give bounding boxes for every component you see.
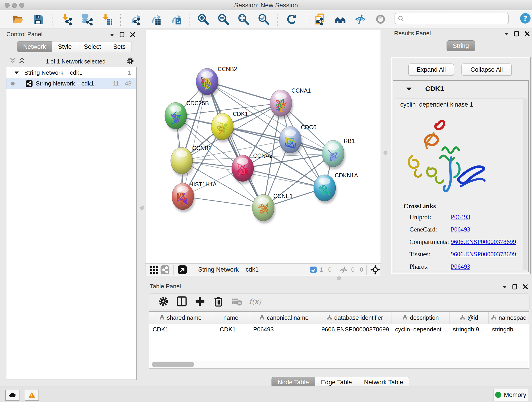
float-panel-icon[interactable] [119, 32, 125, 38]
column-header-namespac[interactable]: namespac [489, 312, 529, 324]
table-settings-gear-icon[interactable] [157, 295, 170, 308]
crosslink-link[interactable]: P06493 [451, 213, 470, 221]
table-cell[interactable]: P06493 [250, 326, 318, 333]
open-in-window-icon[interactable] [177, 264, 188, 275]
tab-string[interactable]: String [447, 40, 475, 51]
delete-table-icon[interactable] [230, 295, 243, 308]
network-collection-row[interactable]: String Network – cdk1 1 [6, 67, 136, 78]
import-table-icon[interactable] [100, 13, 113, 26]
column-header-id[interactable]: @id [450, 312, 489, 324]
expand-all-button[interactable]: Expand All [408, 64, 454, 76]
delete-column-icon[interactable] [212, 295, 225, 308]
column-header-canonicalname[interactable]: canonical name [250, 312, 318, 324]
right-splitter-handle[interactable] [384, 151, 387, 155]
panel-menu-icon[interactable] [505, 33, 509, 35]
cloud-status-button[interactable] [5, 390, 19, 401]
memory-button[interactable]: Memory [493, 389, 528, 401]
network-edge[interactable] [207, 82, 263, 208]
panel-menu-icon[interactable] [110, 34, 114, 36]
crosslink-link[interactable]: P06493 [451, 263, 470, 270]
share-view-icon[interactable] [160, 264, 170, 275]
tab-network[interactable]: Network [17, 41, 52, 52]
network-edge[interactable] [183, 82, 207, 196]
function-builder-icon[interactable]: f(x) [249, 297, 261, 306]
zoom-out-icon[interactable] [217, 13, 230, 26]
close-panel-icon[interactable] [130, 32, 136, 38]
grid-view-icon[interactable] [149, 264, 160, 275]
save-session-icon[interactable] [32, 13, 45, 26]
crosslink-link[interactable]: 9606.ENSP00000378699 [451, 238, 516, 245]
open-session-icon[interactable] [11, 13, 25, 26]
export-network-icon[interactable] [128, 13, 141, 26]
control-panel: Control Panel NetworkStyleSelectSets 1 o… [3, 31, 137, 381]
network-node-CCNB2[interactable]: CCNB2 [196, 66, 237, 97]
add-column-icon[interactable] [193, 295, 207, 308]
network-canvas[interactable]: CCNB2CCNA1CDC25BCDK1CDC6RB1CCNB1CCNA2CDK… [145, 30, 381, 263]
collapse-all-button[interactable]: Collapse All [462, 64, 512, 76]
node-table[interactable]: shared namenamecanonical namedatabase id… [149, 311, 529, 369]
export-table-icon[interactable] [148, 13, 162, 26]
network-graph[interactable]: CCNB2CCNA1CDC25BCDK1CDC6RB1CCNB1CCNA2CDK… [146, 30, 380, 263]
float-panel-icon[interactable] [512, 284, 518, 291]
column-header-sharedname[interactable]: shared name [149, 312, 212, 324]
column-header-name[interactable]: name [212, 312, 250, 324]
export-image-icon[interactable] [168, 13, 182, 26]
collapse-all-icon[interactable] [9, 57, 17, 66]
tab-select[interactable]: Select [78, 41, 107, 52]
left-splitter-handle[interactable] [140, 206, 144, 210]
zoom-in-icon[interactable] [196, 13, 210, 26]
network-node-RB1[interactable]: RB1 [322, 138, 355, 169]
network-node-CCNE1[interactable]: CCNE1 [252, 193, 293, 223]
network-options-gear-icon[interactable] [126, 56, 135, 66]
network-node-CCNA1[interactable]: CCNA1 [270, 87, 311, 119]
close-panel-icon[interactable] [524, 31, 530, 38]
close-panel-icon[interactable] [522, 284, 528, 291]
network-node-CDKN1A[interactable]: CDKN1A [314, 172, 358, 204]
table-cell[interactable]: 9606.ENSP00000378699 [318, 326, 392, 333]
tab-style[interactable]: Style [52, 41, 78, 52]
results-scrollbar[interactable] [523, 99, 527, 270]
tab-sets[interactable]: Sets [107, 41, 132, 52]
float-panel-icon[interactable] [514, 31, 520, 38]
network-node-CDC6[interactable]: CDC6 [279, 124, 317, 156]
string-document-icon[interactable] [313, 13, 327, 26]
import-network-icon[interactable] [60, 13, 73, 26]
crosslink-link[interactable]: 9606.ENSP00000378699 [451, 250, 516, 258]
crosslink-link[interactable]: P06493 [451, 226, 470, 233]
table-cell[interactable]: stringdb:9... [450, 326, 489, 333]
warnings-button[interactable] [25, 390, 39, 401]
refresh-icon[interactable] [285, 13, 298, 26]
table-cell[interactable]: cyclin–dependent ... [392, 326, 450, 333]
table-cell[interactable]: stringdb [489, 326, 529, 333]
network-row[interactable]: String Network – cdk1 11 48 [6, 78, 136, 89]
table-row[interactable]: CDK1CDK1P064939606.ENSP00000378699cyclin… [149, 324, 529, 335]
show-columns-icon[interactable] [175, 295, 188, 308]
zoom-fit-icon[interactable] [237, 13, 250, 26]
collection-expander-icon[interactable] [15, 71, 19, 74]
houses-icon[interactable] [334, 13, 347, 26]
search-field[interactable] [394, 13, 509, 24]
network-node-CDK1[interactable]: CDK1 [211, 111, 248, 142]
hscroll-thumb[interactable] [152, 362, 194, 367]
table-hscrollbar[interactable] [150, 361, 528, 368]
expand-all-icon[interactable] [18, 57, 26, 66]
network-node-CCNB1[interactable]: CCNB1 [171, 145, 212, 177]
hide-eye-icon[interactable] [354, 13, 367, 26]
table-cell[interactable]: CDK1 [149, 326, 212, 333]
network-node-HIST1H1A[interactable]: HIST1H1A [172, 181, 217, 212]
table-cell[interactable]: CDK1 [212, 326, 250, 333]
panel-menu-icon[interactable] [503, 286, 507, 288]
column-header-description[interactable]: description [392, 312, 450, 324]
column-header-databaseidentifier[interactable]: database identifier [318, 312, 392, 324]
selected-checkbox[interactable] [310, 264, 317, 275]
import-database-icon[interactable] [80, 13, 93, 26]
zoom-selected-icon[interactable] [257, 13, 270, 26]
network-node-CDC25B[interactable]: CDC25B [165, 100, 209, 132]
horizontal-splitter-handle[interactable] [337, 276, 341, 280]
grey-eye-icon[interactable] [374, 13, 387, 26]
crosshair-icon[interactable] [370, 264, 380, 275]
help-icon[interactable]: ? [519, 12, 531, 24]
search-input[interactable] [404, 14, 508, 23]
section-expander-icon[interactable] [406, 88, 412, 91]
hidden-eye-icon[interactable] [338, 264, 349, 275]
